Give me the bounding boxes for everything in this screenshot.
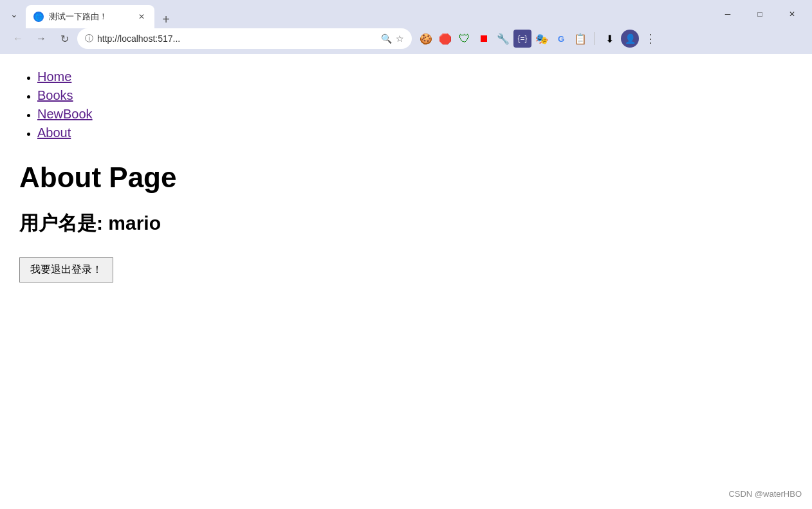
nav-list: Home Books NewBook About — [19, 69, 793, 140]
window-controls: ─ □ ✕ — [713, 4, 807, 24]
reload-button[interactable]: ↻ — [54, 28, 75, 49]
username-label: 用户名是: — [19, 212, 108, 234]
minimize-button[interactable]: ─ — [713, 4, 743, 24]
logout-button[interactable]: 我要退出登录！ — [19, 257, 113, 282]
nav-link-books[interactable]: Books — [37, 88, 73, 102]
cookie-ext-icon[interactable]: 🍪 — [417, 30, 435, 48]
username-line: 用户名是: mario — [19, 210, 793, 237]
close-button[interactable]: ✕ — [777, 4, 807, 24]
shield-ext-icon[interactable]: 🛡 — [456, 30, 474, 48]
forward-button[interactable]: → — [31, 28, 51, 49]
nav-link-newbook[interactable]: NewBook — [37, 107, 93, 121]
url-bar[interactable]: ⓘ http://localhost:517... 🔍 ☆ — [77, 28, 412, 49]
page-content: Home Books NewBook About About Page 用户名是… — [0, 54, 812, 506]
active-tab[interactable]: 🌐 测试一下路由！ ✕ — [26, 5, 154, 28]
star-icon: ☆ — [396, 33, 404, 44]
nav-item-about: About — [37, 125, 793, 140]
code-ext-icon[interactable]: {=} — [513, 30, 531, 48]
address-bar: ← → ↻ ⓘ http://localhost:517... 🔍 ☆ 🍪 🛑 … — [0, 28, 812, 54]
tab-close-button[interactable]: ✕ — [136, 12, 147, 22]
tab-scroll-button[interactable]: ⌄ — [5, 5, 23, 23]
nav-item-home: Home — [37, 69, 793, 84]
nav-link-about[interactable]: About — [37, 125, 71, 140]
record-ext-icon[interactable]: ⏹ — [475, 30, 493, 48]
toolbar-divider — [595, 32, 595, 45]
tab-title: 测试一下路由！ — [49, 11, 131, 23]
media-ext-icon[interactable]: 🎭 — [533, 30, 551, 48]
nav-link-home[interactable]: Home — [37, 69, 71, 84]
url-text: http://localhost:517... — [97, 33, 377, 44]
tab-favicon: 🌐 — [33, 12, 44, 22]
info-icon: ⓘ — [85, 33, 93, 44]
download-icon[interactable]: ⬇ — [600, 30, 618, 48]
extensions-bar: 🍪 🛑 🛡 ⏹ 🔧 {=} 🎭 G 📋 — [417, 30, 589, 48]
search-icon: 🔍 — [381, 33, 392, 44]
new-tab-button[interactable]: + — [157, 10, 175, 28]
username-value: mario — [108, 212, 161, 234]
tool-ext-icon[interactable]: 🔧 — [494, 30, 512, 48]
watermark: CSDN @waterHBO — [728, 489, 802, 499]
tab-strip: 🌐 测试一下路由！ ✕ + — [26, 0, 710, 28]
menu-button[interactable]: ⋮ — [641, 30, 660, 48]
back-button[interactable]: ← — [8, 28, 28, 49]
page-heading: About Page — [19, 161, 793, 195]
google-ext-icon[interactable]: G — [552, 30, 570, 48]
profile-icon[interactable]: 👤 — [621, 30, 639, 48]
clipboard-ext-icon[interactable]: 📋 — [571, 30, 589, 48]
stop-ext-icon[interactable]: 🛑 — [436, 30, 454, 48]
nav-item-newbook: NewBook — [37, 107, 793, 122]
nav-item-books: Books — [37, 88, 793, 103]
title-bar: ⌄ 🌐 测试一下路由！ ✕ + ─ □ ✕ — [0, 0, 812, 28]
restore-button[interactable]: □ — [745, 4, 775, 24]
browser-chrome: ⌄ 🌐 测试一下路由！ ✕ + ─ □ ✕ ← → ↻ ⓘ http://loc… — [0, 0, 812, 54]
